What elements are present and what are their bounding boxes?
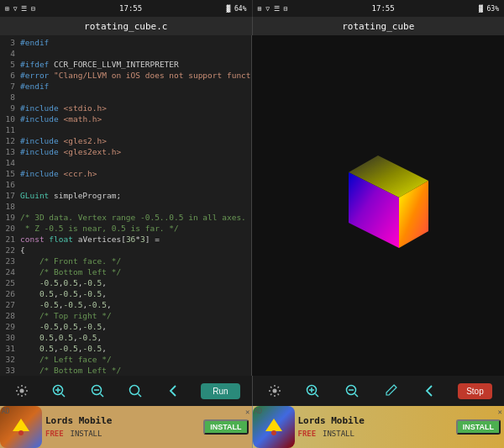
right-ad-text: Lords Mobile FREE INSTALL (295, 414, 456, 440)
3d-view-panel (252, 35, 504, 376)
left-back-button[interactable] (163, 382, 185, 400)
zoom-out-icon-right (344, 383, 360, 398)
rotating-cube-svg (311, 139, 445, 273)
zoom-in-icon-right (305, 383, 320, 398)
code-line-25: 25 -0.5,0.5,-0.5, (0, 277, 251, 288)
right-pen-button[interactable] (380, 382, 402, 400)
svg-marker-23 (265, 419, 282, 431)
code-line-6: 6 #error "Clang/LLVM on iOS does not sup… (0, 70, 251, 81)
back-arrow-icon (166, 383, 181, 398)
right-back-button[interactable] (419, 382, 441, 400)
left-zoom-in-button[interactable] (48, 382, 70, 400)
svg-point-3 (19, 389, 24, 393)
code-line-5: 5 #ifdef CCR_FORCE_LLVM_INTERPRETER (0, 59, 251, 70)
right-title-bar: rotating_cube (253, 17, 505, 35)
left-status-battery: ▓ 64% (226, 5, 246, 13)
left-zoom-out-button[interactable] (87, 382, 108, 400)
svg-point-22 (18, 430, 24, 435)
right-gear-button[interactable] (265, 382, 285, 399)
code-line-8: 8 (0, 92, 251, 103)
code-line-7: 7 #endif (0, 81, 251, 92)
code-line-3: 3 #endif (0, 37, 251, 48)
right-status-time: 17:55 (372, 4, 395, 13)
code-line-23: 23 /* Front face. */ (0, 256, 251, 266)
gear-icon-right (268, 384, 281, 398)
right-toolbar: Stop (253, 376, 505, 406)
code-lines: 3 #endif 4 5 #ifdef CCR_FORCE_LLVM_INTER… (0, 35, 251, 376)
code-line-29: 29 -0.5,0.5,-0.5, (0, 321, 251, 332)
code-line-17: 17 GLuint simpleProgram; (0, 190, 251, 201)
code-line-30: 30 0.5,0.5,-0.5, (0, 332, 251, 343)
right-install-button[interactable]: INSTALL (456, 419, 501, 435)
back-arrow-icon-right (423, 383, 438, 398)
right-zoom-out-button[interactable] (341, 382, 363, 400)
left-ad-content: Lords Mobile FREE INSTALL INSTALL (0, 406, 252, 448)
svg-line-17 (316, 394, 319, 398)
svg-line-10 (100, 394, 103, 398)
left-title-bar: rotating_cube.c (0, 17, 253, 35)
code-line-19: 19 /* 3D data. Vertex range -0.5..0.5 in… (0, 212, 251, 223)
code-line-9: 9 #include <stdio.h> (0, 103, 251, 113)
stop-button[interactable]: Stop (458, 383, 492, 399)
code-panel[interactable]: 3 #endif 4 5 #ifdef CCR_FORCE_LLVM_INTER… (0, 35, 252, 376)
code-line-28: 28 /* Top right */ (0, 310, 251, 321)
game-icon-right (261, 414, 286, 440)
left-ad-text: Lords Mobile FREE INSTALL (42, 414, 203, 440)
svg-line-20 (354, 394, 358, 398)
code-line-15: 15 #include <ccr.h> (0, 168, 251, 179)
left-toolbar: Run (0, 376, 253, 406)
code-line-26: 26 0.5,-0.5,-0.5, (0, 288, 251, 299)
code-line-14: 14 (0, 157, 251, 168)
left-ad-banner[interactable]: AD Lords Mobile FREE INSTALL INSTALL ✕ (0, 406, 253, 448)
left-status-icons: ⊞ ▽ ☰ ⊟ (5, 5, 35, 13)
right-status-icons: ⊞ ▽ ☰ ⊟ (258, 5, 288, 13)
code-line-12: 12 #include <gles2.h> (0, 135, 251, 146)
pen-icon (383, 383, 398, 398)
code-line-21: 21 const float aVertices[36*3] = (0, 234, 251, 245)
code-line-32: 32 /* Left face */ (0, 354, 251, 365)
code-line-10: 10 #include <math.h> (0, 113, 251, 124)
code-line-33: 33 /* Bottom Left */ (0, 365, 251, 376)
code-line-20: 20 * Z -0.5 is near, 0.5 is far. */ (0, 223, 251, 234)
run-button[interactable]: Run (201, 383, 239, 399)
code-line-13: 13 #include <gles2ext.h> (0, 146, 251, 157)
right-ad-close[interactable]: ✕ (498, 408, 502, 416)
left-gear-button[interactable] (12, 382, 32, 399)
left-ad-close[interactable]: ✕ (245, 408, 249, 416)
code-line-4: 4 (0, 48, 251, 59)
left-install-button[interactable]: INSTALL (203, 419, 248, 435)
svg-point-24 (271, 430, 276, 435)
right-title: rotating_cube (342, 21, 414, 32)
left-ad-label: AD (2, 408, 10, 415)
code-line-27: 27 -0.5,-0.5,-0.5, (0, 299, 251, 310)
left-status-bar: ⊞ ▽ ☰ ⊟ 17:55 ▓ 64% (0, 0, 253, 17)
left-status-time: 17:55 (119, 4, 142, 13)
right-ad-banner[interactable]: AD Lords Mobile FREE INSTALL INSTALL ✕ (253, 406, 505, 448)
right-ad-content: Lords Mobile FREE INSTALL INSTALL (253, 406, 505, 448)
code-line-24: 24 /* Bottom left */ (0, 266, 251, 277)
gear-icon (15, 384, 29, 398)
svg-marker-21 (13, 419, 29, 431)
code-line-11: 11 (0, 124, 251, 135)
left-search-button[interactable] (124, 382, 146, 400)
search-icon (128, 383, 143, 398)
code-line-18: 18 (0, 201, 251, 212)
left-title: rotating_cube.c (84, 21, 167, 32)
right-zoom-in-button[interactable] (302, 382, 323, 400)
svg-line-12 (139, 394, 142, 398)
zoom-out-icon (90, 383, 105, 398)
svg-point-13 (272, 389, 276, 393)
right-status-bar: ⊞ ▽ ☰ ⊟ 17:55 ▓ 63% (253, 0, 505, 17)
game-icon-left (8, 414, 34, 440)
code-line-31: 31 0.5,-0.5,-0.5, (0, 343, 251, 354)
svg-point-11 (130, 386, 139, 395)
right-status-battery: ▓ 63% (479, 5, 499, 13)
code-line-16: 16 (0, 179, 251, 190)
svg-line-7 (62, 394, 66, 398)
code-line-22: 22 { (0, 245, 251, 256)
right-ad-label: AD (255, 408, 263, 415)
zoom-in-icon (51, 383, 66, 398)
